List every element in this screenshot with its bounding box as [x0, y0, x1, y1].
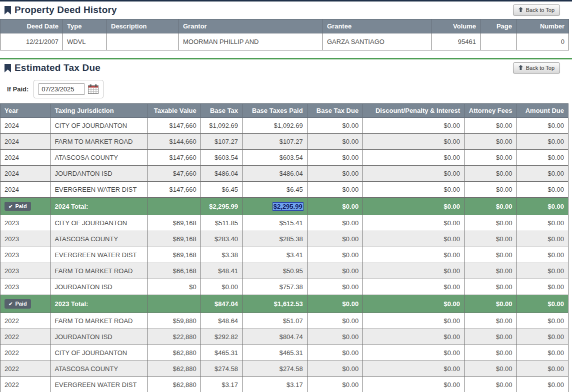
tax-value-cell: $0.00	[464, 263, 516, 279]
tax-value-cell: $3.38	[200, 247, 242, 263]
tax-value-cell: $0.00	[363, 329, 464, 345]
tax-total-row: ✔Paid2024 Total:$2,295.99$2,295.99$0.00$…	[0, 198, 568, 215]
tax-value-cell: $285.38	[242, 231, 308, 247]
tax-header-row: YearTaxing JurisdictionTaxable ValueBase…	[0, 104, 568, 118]
tax-column-header: Attorney Fees	[464, 104, 516, 118]
tax-value-cell: $0.00	[363, 345, 464, 361]
tax-value-cell: $107.27	[200, 134, 242, 150]
tax-row: 2023CITY OF JOURDANTON$69,168$511.85$515…	[0, 215, 568, 231]
tax-value-cell: $6.45	[200, 182, 242, 198]
deed-section-title: Property Deed History	[14, 4, 117, 15]
tax-value-cell: $603.54	[242, 150, 308, 166]
deed-cell: WDVL	[63, 33, 107, 50]
tax-value-cell: $0.00	[307, 134, 362, 150]
tax-year-cell: 2022	[0, 345, 50, 361]
tax-total-value-cell: $0.00	[516, 198, 568, 215]
check-icon: ✔	[8, 301, 12, 307]
tax-value-cell: $0.00	[307, 215, 362, 231]
tax-value-cell: $0.00	[464, 182, 516, 198]
tax-value-cell: $0.00	[307, 182, 362, 198]
deed-row: 12/21/2007WDVLMOORMAN PHILLIP ANDGARZA S…	[0, 33, 569, 50]
tax-value-cell: $0.00	[307, 313, 362, 329]
bookmark-icon	[4, 6, 11, 14]
tax-value-cell: $0.00	[363, 263, 464, 279]
tax-value-cell: $0.00	[516, 361, 568, 377]
tax-row: 2023FARM TO MARKET ROAD$66,168$48.41$50.…	[0, 263, 568, 279]
tax-value-cell: $144,660	[148, 134, 200, 150]
estimated-tax-table: YearTaxing JurisdictionTaxable ValueBase…	[0, 103, 568, 392]
tax-value-cell: $0.00	[363, 313, 464, 329]
tax-jurisdiction-cell: FARM TO MARKET ROAD	[50, 263, 148, 279]
tax-jurisdiction-cell: FARM TO MARKET ROAD	[50, 134, 148, 150]
tax-jurisdiction-cell: CITY OF JOURDANTON	[50, 118, 148, 134]
deed-column-header: Description	[107, 19, 179, 33]
tax-jurisdiction-cell: JOURDANTON ISD	[50, 166, 148, 182]
tax-total-value-cell: $0.00	[307, 198, 362, 215]
deed-column-header: Deed Date	[0, 19, 63, 33]
tax-jurisdiction-cell: EVERGREEN WATER DIST	[50, 182, 148, 198]
if-paid-date-input[interactable]	[38, 83, 84, 95]
back-to-top-button-deed[interactable]: Back to Top	[513, 4, 560, 15]
tax-value-cell: $62,880	[148, 345, 200, 361]
back-to-top-button-tax[interactable]: Back to Top	[513, 62, 560, 73]
deed-column-header: Volume	[432, 19, 480, 33]
deed-history-table: Deed DateTypeDescriptionGrantorGranteeVo…	[0, 19, 569, 50]
tax-row: 2022FARM TO MARKET ROAD$59,880$48.64$51.…	[0, 313, 568, 329]
tax-row: 2024EVERGREEN WATER DIST$147,660$6.45$6.…	[0, 182, 568, 198]
back-to-top-label: Back to Top	[526, 65, 554, 71]
calendar-icon[interactable]	[88, 84, 98, 94]
tax-jurisdiction-cell: EVERGREEN WATER DIST	[50, 247, 148, 263]
tax-value-cell: $69,168	[148, 215, 200, 231]
deed-cell: 95461	[432, 33, 480, 50]
deed-column-header: Grantee	[323, 19, 432, 33]
deed-cell: 12/21/2007	[0, 33, 63, 50]
tax-year-cell: 2023	[0, 231, 50, 247]
tax-value-cell: $0.00	[464, 361, 516, 377]
tax-value-cell: $0.00	[464, 313, 516, 329]
deed-cell: GARZA SANTIAGO	[323, 33, 432, 50]
tax-total-value-cell: $847.04	[200, 295, 242, 313]
tax-jurisdiction-cell: JOURDANTON ISD	[50, 279, 148, 295]
tax-jurisdiction-cell: CITY OF JOURDANTON	[50, 345, 148, 361]
tax-value-cell: $486.04	[200, 166, 242, 182]
tax-year-cell: 2024	[0, 134, 50, 150]
bookmark-icon	[4, 64, 11, 72]
tax-total-row: ✔Paid2023 Total:$847.04$1,612.53$0.00$0.…	[0, 295, 568, 313]
tax-value-cell: $50.95	[242, 263, 308, 279]
deed-column-header: Page	[480, 19, 516, 33]
tax-value-cell: $0.00	[464, 166, 516, 182]
tax-row: 2023ATASCOSA COUNTY$69,168$283.40$285.38…	[0, 231, 568, 247]
tax-value-cell: $486.04	[242, 166, 308, 182]
tax-value-cell: $0.00	[516, 150, 568, 166]
tax-value-cell: $603.54	[200, 150, 242, 166]
tax-jurisdiction-cell: ATASCOSA COUNTY	[50, 231, 148, 247]
tax-value-cell: $0.00	[516, 215, 568, 231]
tax-value-cell: $0.00	[464, 345, 516, 361]
tax-row: 2024FARM TO MARKET ROAD$144,660$107.27$1…	[0, 134, 568, 150]
tax-value-cell: $0.00	[307, 377, 362, 392]
deed-cell: 0	[516, 33, 569, 50]
tax-value-cell: $0.00	[363, 182, 464, 198]
tax-year-cell: 2022	[0, 377, 50, 392]
tax-value-cell: $48.41	[200, 263, 242, 279]
tax-column-header: Base Taxes Paid	[242, 104, 308, 118]
tax-value-cell: $0.00	[464, 329, 516, 345]
paid-badge-label: Paid	[15, 203, 26, 210]
tax-row: 2024JOURDANTON ISD$47,660$486.04$486.04$…	[0, 166, 568, 182]
tax-year-cell: 2024	[0, 118, 50, 134]
tax-jurisdiction-cell: CITY OF JOURDANTON	[50, 215, 148, 231]
deed-cell	[107, 33, 179, 50]
tax-value-cell: $0.00	[363, 231, 464, 247]
tax-value-cell: $465.31	[200, 345, 242, 361]
tax-total-label-cell: 2023 Total:	[50, 295, 148, 313]
tax-value-cell: $0.00	[464, 134, 516, 150]
tax-value-cell: $0.00	[516, 134, 568, 150]
tax-year-cell: 2023	[0, 215, 50, 231]
tax-value-cell: $6.45	[242, 182, 308, 198]
tax-value-cell: $0.00	[307, 231, 362, 247]
tax-value-cell: $0.00	[363, 377, 464, 392]
tax-column-header: Base Tax Due	[307, 104, 362, 118]
tax-column-header: Taxable Value	[148, 104, 200, 118]
tax-jurisdiction-cell: EVERGREEN WATER DIST	[50, 377, 148, 392]
paid-badge: ✔Paid	[4, 299, 31, 308]
